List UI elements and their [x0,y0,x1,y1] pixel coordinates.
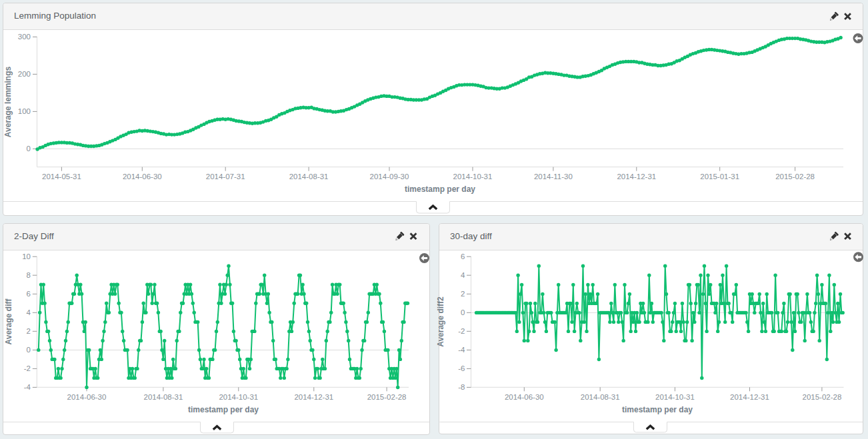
svg-text:2014-08-31: 2014-08-31 [289,173,329,181]
svg-text:6: 6 [461,252,465,260]
svg-text:-8: -8 [458,383,465,391]
svg-text:2014-08-31: 2014-08-31 [581,393,620,401]
svg-text:2015-02-28: 2015-02-28 [802,393,841,401]
svg-text:2014-12-31: 2014-12-31 [294,393,333,401]
svg-text:0: 0 [27,346,31,354]
svg-text:Average diff2: Average diff2 [436,296,445,347]
svg-text:8: 8 [27,271,31,279]
svg-text:4: 4 [461,271,465,279]
svg-text:timestamp per day: timestamp per day [622,405,693,414]
svg-text:2014-09-30: 2014-09-30 [370,173,409,181]
svg-text:timestamp per day: timestamp per day [188,405,259,414]
svg-text:Average diff: Average diff [4,298,13,345]
svg-text:0: 0 [461,308,465,316]
svg-text:timestamp per day: timestamp per day [405,185,475,194]
svg-text:10: 10 [22,252,31,260]
svg-text:2015-02-28: 2015-02-28 [367,393,407,401]
svg-text:2015-01-31: 2015-01-31 [700,173,739,181]
svg-text:2014-08-31: 2014-08-31 [143,393,183,401]
svg-text:2014-06-30: 2014-06-30 [123,173,162,181]
svg-text:2014-10-31: 2014-10-31 [655,393,695,401]
svg-text:2014-11-30: 2014-11-30 [534,173,573,181]
svg-text:-4: -4 [24,383,31,391]
svg-text:2014-06-30: 2014-06-30 [67,393,107,401]
svg-text:200: 200 [18,70,31,78]
svg-text:0: 0 [27,145,31,153]
svg-text:-2: -2 [458,327,465,335]
svg-text:2014-10-31: 2014-10-31 [453,173,493,181]
svg-text:2: 2 [461,290,465,298]
svg-text:2014-05-31: 2014-05-31 [42,173,81,181]
svg-text:100: 100 [18,107,31,115]
svg-text:2015-02-28: 2015-02-28 [775,173,815,181]
svg-text:2014-12-31: 2014-12-31 [617,173,656,181]
svg-text:6: 6 [27,290,31,298]
svg-text:2014-10-31: 2014-10-31 [219,393,258,401]
svg-text:2014-12-31: 2014-12-31 [730,393,769,401]
svg-text:2: 2 [27,327,31,335]
svg-text:-4: -4 [458,346,465,354]
svg-text:2014-06-30: 2014-06-30 [505,393,544,401]
svg-text:300: 300 [18,33,31,41]
svg-text:-2: -2 [24,364,31,372]
svg-text:4: 4 [27,308,31,316]
svg-text:Average lemmings: Average lemmings [3,67,13,138]
svg-text:-6: -6 [458,364,465,372]
svg-text:2014-07-31: 2014-07-31 [206,173,245,181]
